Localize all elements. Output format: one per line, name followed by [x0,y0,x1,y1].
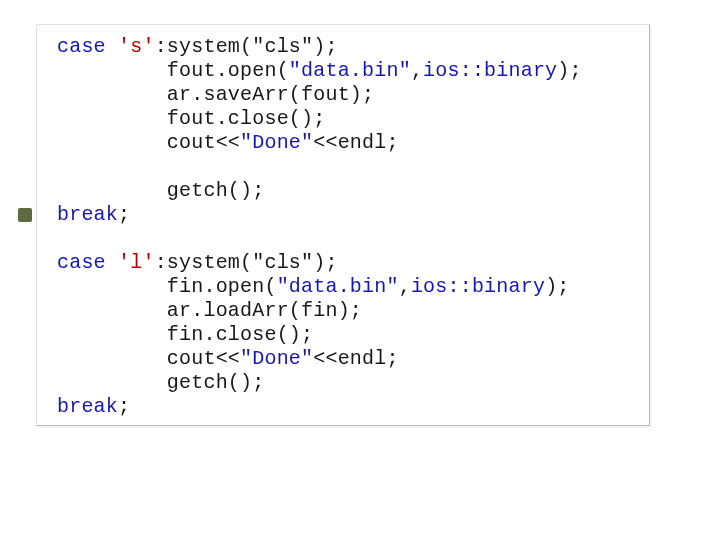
ios-binary-s: ios::binary [423,59,557,82]
fin-open-a: fin.open( [167,275,277,298]
fin-open-b: , [399,275,411,298]
kw-case-s: case [57,35,106,58]
getch-s: getch(); [167,179,265,202]
done-str-l: "Done" [240,347,313,370]
cout-a-s: cout<< [167,131,240,154]
fin-close: fin.close(); [167,323,313,346]
cout-b-s: <<endl; [313,131,398,154]
bullet-icon [18,208,32,222]
slide-page: case 's':system("cls"); fout.open("data.… [0,0,720,540]
code-block: case 's':system("cls"); fout.open("data.… [57,35,639,419]
open-file-l: "data.bin" [277,275,399,298]
char-l: 'l' [118,251,155,274]
cout-b-l: <<endl; [313,347,398,370]
code-card: case 's':system("cls"); fout.open("data.… [36,24,650,426]
char-s: 's' [118,35,155,58]
save-call: ar.saveArr(fout); [167,83,374,106]
fout-open-b: , [411,59,423,82]
load-call: ar.loadArr(fin); [167,299,362,322]
fout-close: fout.close(); [167,107,326,130]
kw-break-s: break [57,203,118,226]
fin-open-c: ); [545,275,569,298]
kw-case-l: case [57,251,106,274]
cout-a-l: cout<< [167,347,240,370]
sys-cls-s: system("cls"); [167,35,338,58]
sys-cls-l: system("cls"); [167,251,338,274]
fout-open-a: fout.open( [167,59,289,82]
kw-break-l: break [57,395,118,418]
open-file-s: "data.bin" [289,59,411,82]
ios-binary-l: ios::binary [411,275,545,298]
done-str-s: "Done" [240,131,313,154]
fout-open-c: ); [557,59,581,82]
getch-l: getch(); [167,371,265,394]
